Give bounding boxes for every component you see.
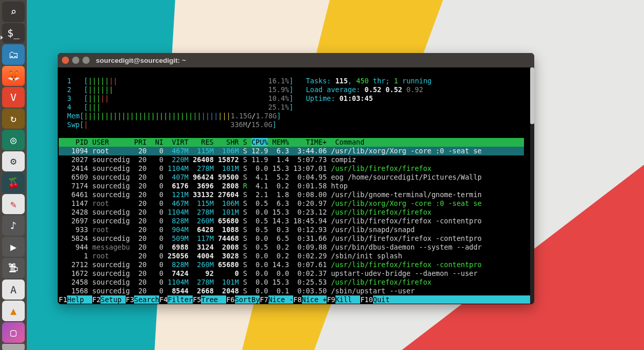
process-row[interactable]: 2027 sourcedig 20 0 220M 26408 15872 S 1… [59, 155, 524, 164]
cherrytree-icon[interactable]: 🍒 [2, 172, 25, 193]
archive-icon[interactable]: 🗜 [2, 258, 25, 278]
media-icon[interactable]: ▶ [2, 237, 25, 257]
process-header[interactable]: PID USER PRI NI VIRT RES SHR S CPU% MEM%… [59, 138, 524, 147]
process-row[interactable]: 2458 sourcedig 20 0 1104M 278M 101M S 0.… [59, 278, 524, 287]
window-title: sourcedigit@sourcedigit: ~ [96, 57, 186, 64]
cpu-meter-3: 3 [||||| 10.4%] Uptime: 01:03:45 [59, 94, 524, 103]
process-row[interactable]: 5824 sourcedig 20 0 509M 117M 74468 S 0.… [59, 234, 524, 243]
close-icon[interactable] [62, 57, 69, 64]
software-icon[interactable]: A [2, 279, 25, 300]
process-row[interactable]: 6461 sourcedig 20 0 121M 33132 27604 S 2… [59, 190, 524, 199]
swap-meter: Swp[| 336M/15.0G] [59, 120, 524, 129]
process-row[interactable]: 2428 sourcedig 20 0 1104M 278M 101M S 0.… [59, 208, 524, 217]
process-row[interactable]: 2414 sourcedig 20 0 1104M 278M 101M S 0.… [59, 164, 524, 173]
displays-icon[interactable]: ▢ [2, 322, 25, 343]
terminal-icon[interactable]: $_ [2, 23, 25, 44]
files-icon[interactable]: 🗂 [2, 44, 25, 65]
mem-meter: Mem[|||||||||||||||||||||||||||||||||||1… [59, 112, 524, 120]
fkey-bar[interactable]: F1Help F2Setup F3SearchF4FilterF5Tree F6… [59, 295, 524, 304]
terminal-viewport[interactable]: 1 [||||||| 16.1%] Tasks: 115, 450 thr; 1… [58, 67, 534, 304]
audio-icon[interactable]: ♪ [2, 215, 25, 236]
process-row[interactable]: 1 root 20 0 25056 4004 3028 S 0.0 0.2 0:… [59, 252, 524, 260]
cpu-meter-1: 1 [||||||| 16.1%] Tasks: 115, 450 thr; 1… [59, 77, 524, 85]
launcher-dock: ⌕$_🗂🦊V↻◎⚙🍒✎♪▶🗜A▲▢ [0, 0, 27, 350]
window-titlebar[interactable]: sourcedigit@sourcedigit: ~ [58, 53, 534, 67]
vlc-icon[interactable]: ▲ [2, 301, 25, 321]
process-row[interactable]: 7174 sourcedig 20 0 6176 3696 2808 R 4.1… [59, 182, 524, 190]
process-row-selected[interactable]: 1094 root 20 0 467M 115M 106M S 12.9 6.3… [59, 147, 524, 155]
updater-icon[interactable]: ↻ [2, 109, 25, 129]
scrollbar-thumb[interactable] [530, 67, 534, 124]
draw-icon[interactable]: ✎ [2, 194, 25, 215]
process-row[interactable]: 1147 root 20 0 467M 115M 106M S 0.5 6.3 … [59, 199, 524, 208]
search-icon[interactable]: ⌕ [2, 2, 25, 22]
firefox-icon[interactable]: 🦊 [2, 66, 25, 86]
process-row[interactable]: 1568 sourcedig 20 0 8544 2668 2048 S 0.0… [59, 287, 524, 295]
vivaldi-icon[interactable]: V [2, 87, 25, 108]
cpu-meter-4: 4 [||| 25.1%] [59, 103, 524, 112]
maximize-icon[interactable] [82, 57, 90, 64]
process-row[interactable]: 2697 sourcedig 20 0 828M 260M 65680 S 0.… [59, 217, 524, 225]
terminal-window: sourcedigit@sourcedigit: ~ 1 [||||||| 16… [58, 53, 534, 304]
process-row[interactable]: 944 messagebu 20 0 6988 3124 2008 S 0.5 … [59, 243, 524, 252]
process-row[interactable]: 1672 sourcedig 20 0 7424 92 0 S 0.0 0.0 … [59, 269, 524, 278]
shutter-icon[interactable]: ◎ [2, 130, 25, 150]
process-row[interactable]: 2712 sourcedig 20 0 828M 260M 65680 S 0.… [59, 260, 524, 269]
process-row[interactable]: 933 root 20 0 904M 6428 1088 S 0.5 0.3 0… [59, 225, 524, 234]
minimize-icon[interactable] [72, 57, 79, 64]
scrollbar[interactable] [530, 67, 534, 304]
settings-icon[interactable]: ⚙ [2, 151, 25, 172]
cpu-meter-2: 2 [|||||| 15.9%] Load average: 0.52 0.52… [59, 85, 524, 94]
minimized-window[interactable] [2, 344, 25, 351]
process-row[interactable]: 6509 sourcedig 20 0 407M 96424 59500 S 4… [59, 173, 524, 182]
